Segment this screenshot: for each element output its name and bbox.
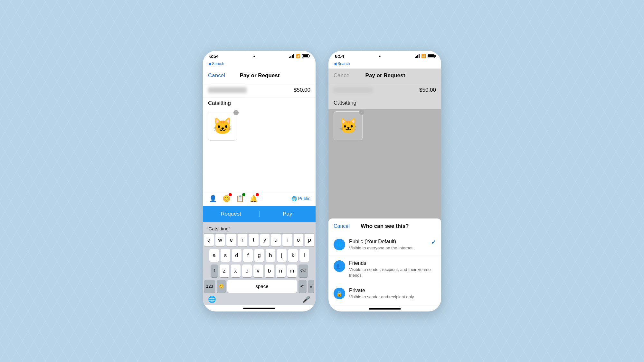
clipboard-icon-left[interactable]: 📋	[235, 194, 245, 203]
back-button-right[interactable]: ◀ Search	[334, 61, 350, 66]
friends-icon: 👥	[334, 260, 345, 272]
description-text-right: Catsitting	[334, 100, 356, 106]
privacy-option-private[interactable]: 🔒 Private Visible to sender and recipien…	[328, 283, 441, 305]
amount-left: $50.00	[294, 87, 310, 93]
public-description: Visible to everyone on the Internet	[349, 245, 431, 251]
battery-icon-left	[302, 54, 309, 58]
app-header-right: Cancel Pay or Request	[328, 69, 441, 83]
key-g[interactable]: g	[254, 249, 264, 262]
time-right: 6:54	[335, 53, 344, 59]
key-p[interactable]: p	[305, 234, 314, 246]
bell-icon-left[interactable]: 🔔	[249, 194, 258, 203]
autocomplete-bar-left: "Catsitting"	[204, 225, 314, 234]
mic-icon[interactable]: 🎤	[302, 295, 310, 303]
back-button-left[interactable]: ◀ Search	[208, 61, 224, 66]
key-w[interactable]: w	[215, 234, 225, 246]
key-f[interactable]: f	[243, 249, 253, 262]
visibility-label-left: Public	[298, 196, 310, 201]
key-123[interactable]: 123	[204, 280, 215, 293]
public-label: Public (Your Default)	[349, 239, 431, 245]
sticker-left: 🐱 ×	[208, 112, 237, 141]
globe-icon-left: 🌐	[291, 196, 297, 201]
key-j[interactable]: j	[277, 249, 287, 262]
globe-kb-icon[interactable]: 🌐	[208, 295, 216, 303]
wifi-icon-right: 📶	[421, 54, 426, 58]
key-m[interactable]: m	[287, 265, 297, 277]
description-text-left: Catsitting	[208, 100, 231, 106]
key-u[interactable]: u	[271, 234, 281, 246]
key-a[interactable]: a	[209, 249, 219, 262]
right-phone: 6:54 ▲ 📶 ◀ Search Cancel Pay or Request …	[328, 51, 441, 311]
public-checkmark: ✓	[431, 239, 436, 246]
key-y[interactable]: y	[260, 234, 270, 246]
key-e[interactable]: e	[226, 234, 236, 246]
status-bar-right: 6:54 ▲ 📶	[328, 51, 441, 60]
sheet-cancel-button[interactable]: Cancel	[334, 223, 350, 229]
privacy-option-friends[interactable]: 👥 Friends Visible to sender, recipient, …	[328, 256, 441, 283]
sticker-close-left[interactable]: ×	[233, 110, 239, 115]
keyboard-row-2: a s d f g h j k l	[204, 249, 314, 262]
signal-icon-left	[289, 54, 294, 58]
autocomplete-word-left[interactable]: "Catsitting"	[207, 226, 230, 231]
key-space[interactable]: space	[227, 280, 297, 293]
key-i[interactable]: i	[282, 234, 292, 246]
nav-bar-left: ◀ Search	[203, 60, 316, 69]
key-z[interactable]: z	[220, 265, 229, 277]
cancel-button-right[interactable]: Cancel	[334, 72, 351, 79]
key-s[interactable]: s	[221, 249, 230, 262]
key-q[interactable]: q	[204, 234, 214, 246]
wifi-icon-left: 📶	[296, 54, 300, 58]
battery-icon-right	[428, 54, 435, 58]
key-c[interactable]: c	[242, 265, 252, 277]
emoji-area-left: 🐱 ×	[203, 109, 316, 191]
key-l[interactable]: l	[299, 249, 309, 262]
privacy-option-public[interactable]: 🌐 Public (Your Default) Visible to every…	[328, 234, 441, 256]
sticker-close-right[interactable]: ×	[359, 110, 364, 115]
key-x[interactable]: x	[231, 265, 241, 277]
private-label: Private	[349, 288, 436, 293]
key-delete[interactable]: ⌫	[298, 265, 308, 277]
app-header-left: Cancel Pay or Request	[203, 69, 316, 83]
public-icon: 🌐	[334, 239, 345, 250]
key-h[interactable]: h	[266, 249, 275, 262]
key-hash[interactable]: #	[308, 280, 314, 293]
pay-button-left[interactable]: Pay	[260, 211, 316, 217]
recipient-name-right	[334, 87, 372, 93]
key-o[interactable]: o	[294, 234, 303, 246]
cat-sticker-right: 🐱	[339, 117, 357, 135]
key-d[interactable]: d	[232, 249, 242, 262]
left-phone: 6:54 ▲ 📶 ◀ Search Cancel Pay or Request …	[203, 51, 316, 311]
key-k[interactable]: k	[288, 249, 298, 262]
key-t[interactable]: t	[249, 234, 259, 246]
key-r[interactable]: r	[238, 234, 247, 246]
cancel-button-left[interactable]: Cancel	[208, 72, 225, 79]
home-bar-right	[369, 308, 401, 310]
key-at[interactable]: @	[298, 280, 307, 293]
keyboard-row-3: ⇧ z x c v b n m ⌫	[204, 265, 314, 277]
time-left: 6:54	[209, 53, 219, 59]
keyboard-extras: 🌐 🎤	[204, 294, 314, 304]
transaction-row-left: $50.00	[203, 83, 316, 97]
key-b[interactable]: b	[265, 265, 274, 277]
key-n[interactable]: n	[276, 265, 286, 277]
emoji-icon-left[interactable]: 😊	[222, 194, 231, 203]
person-icon-left[interactable]: 👤	[208, 194, 218, 203]
status-icons-right: 📶	[415, 54, 435, 58]
sticker-right: 🐱 ×	[334, 111, 363, 140]
description-row-right: Catsitting	[328, 97, 441, 109]
transaction-row-right: $50.00	[328, 83, 441, 97]
home-indicator-left	[203, 305, 316, 311]
description-row-left: Catsitting	[203, 97, 316, 109]
visibility-button-left[interactable]: 🌐 Public	[291, 196, 310, 201]
location-icon-left: ▲	[252, 54, 256, 58]
private-text: Private Visible to sender and recipient …	[349, 288, 436, 300]
keyboard-row-1: q w e r t y u i o p	[204, 234, 314, 246]
home-indicator-right	[328, 305, 441, 311]
key-shift[interactable]: ⇧	[211, 265, 218, 277]
key-v[interactable]: v	[253, 265, 263, 277]
private-description: Visible to sender and recipient only	[349, 294, 436, 300]
key-emoji-kb[interactable]: 😊	[217, 280, 226, 293]
request-button-left[interactable]: Request	[203, 211, 259, 217]
toolbar-left: 👤 😊 📋 🔔 🌐 Public	[203, 191, 316, 206]
signal-icon-right	[415, 54, 420, 58]
